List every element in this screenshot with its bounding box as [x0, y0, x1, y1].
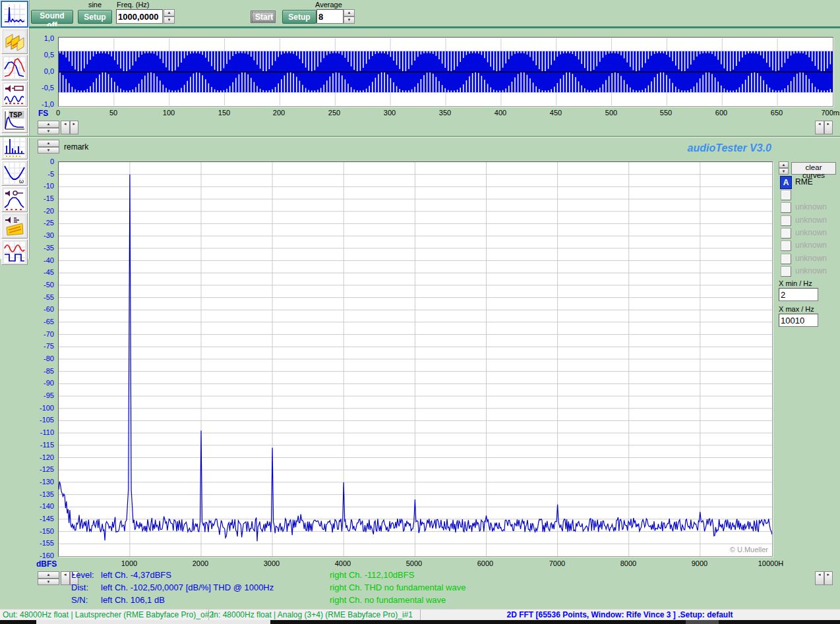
scope-plot-area: [58, 37, 833, 107]
fft-y-tick: -10: [44, 182, 54, 190]
fft-y-tick: -70: [44, 330, 54, 338]
fft-y-tick: -145: [40, 515, 54, 523]
svg-text:ω: ω: [19, 178, 24, 184]
fft-plot-area: © U.Mueller: [58, 161, 773, 557]
fft-y-tick: -135: [40, 490, 54, 498]
bottom-strip-gray-segment: [686, 620, 719, 624]
curve-slot-label: unknown: [795, 254, 827, 263]
fft-y-tick: -20: [44, 207, 54, 215]
bottom-strip-light-segment: [36, 620, 270, 624]
scope-x-tick: 650: [757, 109, 796, 117]
curve-checkbox[interactable]: [781, 254, 791, 264]
measure-left-value: left Ch. 106,1 dB: [101, 595, 165, 605]
fft-x-tick: 1000: [106, 559, 152, 567]
scope-y-tick: -1,0: [42, 100, 54, 108]
average-spinner[interactable]: ▲▼: [344, 9, 355, 24]
measure-right-value: right Ch. no fundamental wave: [330, 595, 446, 605]
fft-y-tick: -30: [44, 231, 54, 239]
scope-scroll-right-buttons[interactable]: ◄►: [815, 121, 833, 134]
measure-right-value: right Ch. THD no fundamental wave: [330, 582, 465, 592]
fft-y-tick: -55: [44, 293, 54, 301]
fft-x-tick: 8000: [605, 559, 651, 567]
curve-a-badge[interactable]: A: [780, 176, 792, 189]
start-button[interactable]: Start: [251, 11, 276, 23]
copyright-watermark: © U.Mueller: [730, 546, 768, 553]
measure-row-dist: Dist: left Ch. -102,5/0,0007 [dB/%] THD …: [71, 582, 810, 594]
status-input-device: In: 48000Hz float | Analog (3+4) (RME Ba…: [212, 610, 421, 621]
fft-y-tick: -100: [40, 404, 54, 412]
tsp-measurement-icon[interactable]: TSP: [1, 107, 28, 133]
curve-slot-label: unknown: [795, 228, 827, 237]
sine-square-signal-icon[interactable]: [1, 239, 28, 265]
curve-select-spinner[interactable]: ▲▼: [779, 161, 789, 175]
fft-y-tick: -25: [44, 219, 54, 227]
speaker-impedance-icon[interactable]: [1, 81, 28, 107]
svg-text:TSP: TSP: [9, 111, 22, 119]
fft-y-tick: -90: [44, 379, 54, 387]
status-fft-settings: 2D FFT [65536 Points, Window: Rife Vince…: [435, 610, 804, 621]
status-bar: Out: 48000Hz float | Lautsprecher (RME B…: [0, 609, 840, 621]
scope-x-tick: 200: [259, 109, 299, 117]
curve-checkbox[interactable]: [781, 215, 791, 226]
fft-y-tick: -105: [40, 416, 54, 424]
freq-input[interactable]: [116, 9, 163, 24]
scope-x-tick: 450: [536, 109, 576, 117]
fft-y-tick: -75: [44, 342, 54, 350]
scope-x-tick: 400: [481, 109, 520, 117]
curve-a-name: RME: [795, 177, 813, 186]
bottom-strip: [0, 620, 840, 624]
remark-spinner[interactable]: ▲▼: [38, 140, 59, 154]
scope-x-tick: 700ms: [812, 109, 840, 117]
fft-y-tick: -15: [44, 194, 54, 202]
curve-checkbox[interactable]: [781, 266, 791, 277]
freq-spinner[interactable]: ▲▼: [164, 9, 175, 24]
scope-x-tick: 100: [149, 109, 189, 117]
measure-spinner[interactable]: ▲▼: [38, 571, 59, 585]
sine-label: sine: [78, 1, 112, 9]
fft-x-tick: 2000: [177, 559, 224, 567]
curve-slot-label: unknown: [795, 266, 827, 275]
curve-slot-list: unknownunknownunknownunknownunknownunkno…: [781, 190, 840, 279]
fft-y-tick: -50: [44, 281, 54, 289]
curve-checkbox[interactable]: [781, 228, 791, 239]
panel-divider: [0, 136, 840, 138]
scope-y-tick: 0,0: [44, 67, 54, 75]
measure-name: Dist:: [71, 582, 88, 592]
scope-x-tick: 50: [94, 109, 133, 117]
scope-y-tick: 0,5: [44, 51, 54, 59]
xmin-input[interactable]: [779, 288, 818, 301]
scope-x-axis: 0501001502002503003504004505005506006507…: [58, 109, 832, 118]
curve-checkbox[interactable]: [781, 202, 791, 213]
curve-checkbox[interactable]: [781, 241, 791, 251]
measure-scroll-right-buttons[interactable]: ◄►: [815, 571, 833, 585]
xmax-input[interactable]: [779, 314, 818, 327]
fft-y-axis: 0-5-10-15-20-25-30-35-40-45-50-55-60-65-…: [26, 161, 56, 555]
tool-sidebar: TSP ω: [0, 0, 30, 259]
average-input[interactable]: [316, 9, 344, 24]
measure-name: Level:: [71, 570, 94, 580]
scope-x-tick: 300: [370, 109, 409, 117]
frequency-response-icon[interactable]: [1, 55, 28, 80]
curve-slot-label: unknown: [795, 215, 827, 225]
speaker-response-icon[interactable]: [1, 186, 28, 212]
xmin-label: X min / Hz: [779, 279, 812, 287]
clear-curves-button[interactable]: clear curves: [791, 162, 836, 175]
scope-y-spinner[interactable]: ▲▼: [38, 121, 59, 134]
scope-scroll-left-buttons[interactable]: ◄►: [61, 121, 78, 134]
curve-checkbox[interactable]: [781, 190, 791, 200]
scope-y-tick: -0,5: [42, 84, 54, 92]
impedance-omega-icon[interactable]: ω: [1, 160, 28, 186]
waterfall-3d-icon[interactable]: [1, 28, 28, 54]
generator-setup-button[interactable]: Setup: [78, 10, 112, 24]
fft-y-tick: -130: [40, 478, 54, 486]
fft-y-tick: -35: [44, 244, 54, 252]
sound-off-button[interactable]: Sound off: [31, 10, 73, 24]
analyzer-setup-button[interactable]: Setup: [282, 10, 316, 24]
fft-y-tick: -155: [40, 539, 54, 547]
fft-y-tick: -60: [44, 305, 54, 313]
audiotester-window: TSP ω sine Sound off Setup Freq. (Hz) ▲▼…: [0, 0, 840, 624]
fft-spectrum-icon[interactable]: [1, 1, 28, 28]
fft-y-tick: -40: [44, 256, 54, 264]
fft-y-tick: -95: [44, 391, 54, 399]
speaker-3d-icon[interactable]: [1, 213, 28, 239]
